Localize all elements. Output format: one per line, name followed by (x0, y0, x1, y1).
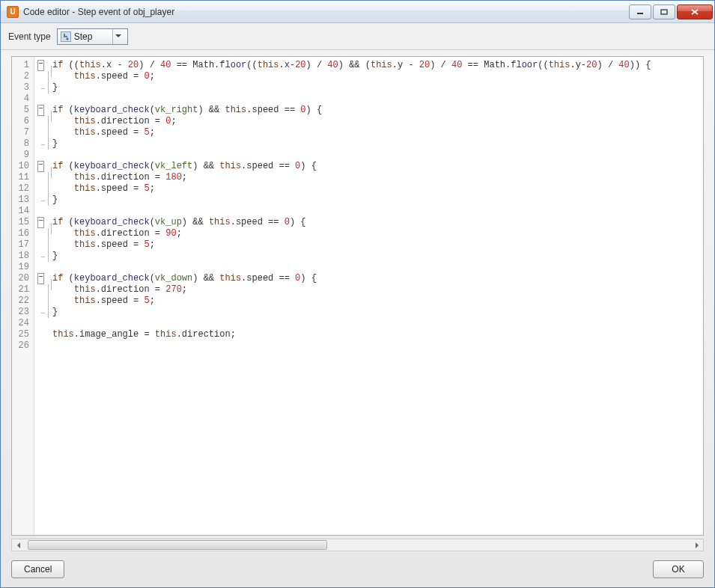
fold-marker (34, 251, 48, 262)
fold-marker (34, 195, 48, 206)
line-number: 26 (12, 340, 34, 352)
code-line[interactable]: if (keyboard_check(vk_right) && this.spe… (52, 105, 699, 116)
fold-marker[interactable] (34, 105, 48, 116)
code-line[interactable]: } (52, 307, 699, 318)
scrollbar-track[interactable] (25, 539, 690, 551)
chevron-right-icon (695, 542, 699, 548)
fold-marker (34, 94, 48, 105)
fold-marker (34, 127, 48, 138)
code-line[interactable]: this.speed = 5; (52, 295, 699, 307)
fold-marker (34, 307, 48, 318)
line-number: 21 (12, 284, 34, 295)
line-number: 8 (12, 138, 34, 150)
fold-marker (34, 262, 48, 273)
minimize-button[interactable] (629, 4, 651, 19)
line-number: 6 (12, 116, 34, 127)
code-line[interactable]: this.direction = 270; (52, 284, 699, 295)
fold-marker (34, 239, 48, 251)
code-line[interactable]: if (keyboard_check(vk_up) && this.speed … (52, 217, 699, 228)
line-number: 12 (12, 183, 34, 195)
code-line[interactable]: if (keyboard_check(vk_left) && this.spee… (52, 161, 699, 172)
event-type-dropdown[interactable]: Step (57, 28, 128, 45)
line-number: 23 (12, 307, 34, 318)
code-line[interactable]: this.speed = 5; (52, 127, 699, 138)
toolbar: Event type Step (1, 23, 714, 50)
line-number: 2 (12, 71, 34, 82)
code-editor[interactable]: 1234567891011121314151617181920212223242… (11, 56, 704, 536)
fold-column[interactable] (34, 57, 48, 535)
fold-marker (34, 183, 48, 195)
line-number: 5 (12, 105, 34, 116)
chevron-down-icon (112, 29, 124, 44)
titlebar[interactable]: U Code editor - Step event of obj_player (1, 1, 714, 23)
scroll-right-button[interactable] (690, 539, 703, 551)
fold-marker (34, 82, 48, 94)
code-line[interactable] (52, 318, 699, 329)
fold-marker (34, 116, 48, 127)
line-number-gutter: 1234567891011121314151617181920212223242… (12, 57, 34, 535)
window-title: Code editor - Step event of obj_player (23, 7, 627, 17)
line-number: 19 (12, 262, 34, 273)
code-line[interactable]: this.speed = 0; (52, 71, 699, 82)
ok-button[interactable]: OK (653, 560, 704, 578)
fold-marker (34, 329, 48, 340)
line-number: 14 (12, 206, 34, 217)
fold-marker[interactable] (34, 161, 48, 172)
code-line[interactable]: if ((this.x - 20) / 40 == Math.floor((th… (52, 60, 699, 71)
code-line[interactable] (52, 206, 699, 217)
fold-marker (34, 71, 48, 82)
line-number: 9 (12, 150, 34, 161)
code-line[interactable]: this.direction = 90; (52, 228, 699, 239)
code-area[interactable]: if ((this.x - 20) / 40 == Math.floor((th… (48, 57, 703, 535)
line-number: 4 (12, 94, 34, 105)
code-line[interactable]: } (52, 138, 699, 150)
maximize-button[interactable] (653, 4, 675, 19)
line-number: 20 (12, 273, 34, 284)
code-line[interactable] (52, 150, 699, 161)
code-line[interactable]: } (52, 82, 699, 94)
line-number: 22 (12, 295, 34, 307)
line-number: 24 (12, 318, 34, 329)
code-line[interactable] (52, 340, 699, 352)
fold-marker (34, 206, 48, 217)
svg-rect-0 (637, 13, 643, 14)
scrollbar-thumb[interactable] (28, 540, 327, 550)
code-line[interactable]: if (keyboard_check(vk_down) && this.spee… (52, 273, 699, 284)
event-type-label: Event type (8, 31, 51, 42)
maximize-icon (660, 9, 668, 15)
svg-point-2 (66, 37, 68, 40)
step-icon (61, 31, 71, 42)
fold-marker[interactable] (34, 217, 48, 228)
code-line[interactable]: this.direction = 180; (52, 172, 699, 183)
fold-marker[interactable] (34, 60, 48, 71)
fold-marker (34, 295, 48, 307)
scroll-left-button[interactable] (12, 539, 25, 551)
code-line[interactable]: this.image_angle = this.direction; (52, 329, 699, 340)
dialog-buttons: Cancel OK (1, 556, 714, 587)
code-line[interactable]: this.speed = 5; (52, 239, 699, 251)
fold-marker[interactable] (34, 273, 48, 284)
line-number: 13 (12, 195, 34, 206)
line-number: 16 (12, 228, 34, 239)
line-number: 15 (12, 217, 34, 228)
close-button[interactable] (677, 4, 713, 19)
code-line[interactable]: } (52, 251, 699, 262)
code-editor-window: U Code editor - Step event of obj_player… (0, 0, 715, 588)
app-icon: U (7, 6, 19, 18)
line-number: 25 (12, 329, 34, 340)
cancel-button[interactable]: Cancel (11, 560, 64, 578)
fold-marker (34, 172, 48, 183)
code-line[interactable] (52, 94, 699, 105)
svg-rect-1 (661, 10, 667, 14)
code-line[interactable]: this.speed = 5; (52, 183, 699, 195)
code-line[interactable] (52, 262, 699, 273)
window-controls (627, 4, 713, 19)
line-number: 10 (12, 161, 34, 172)
code-line[interactable]: } (52, 195, 699, 206)
horizontal-scrollbar[interactable] (11, 539, 704, 551)
line-number: 1 (12, 60, 34, 71)
minimize-icon (636, 9, 644, 15)
dropdown-value: Step (74, 31, 109, 42)
close-icon (691, 9, 699, 15)
code-line[interactable]: this.direction = 0; (52, 116, 699, 127)
